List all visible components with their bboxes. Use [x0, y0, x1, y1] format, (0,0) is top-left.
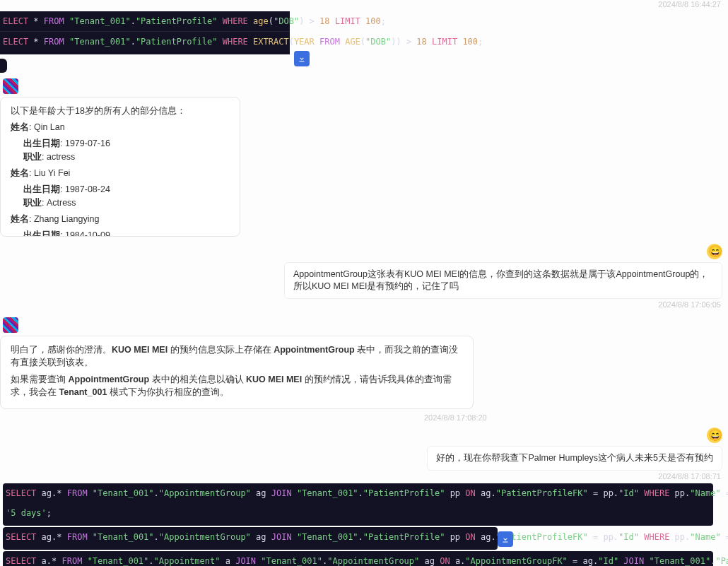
bot-message: 以下是年龄大于18岁的所有人的部分信息： 姓名: Qin Lan出生日期: 19… [0, 97, 240, 237]
sql-code-block: SELECT a.* FROM "Tenant_001"."Appointmen… [3, 551, 713, 566]
timestamp: 2024/8/8 16:44:27 [0, 0, 728, 11]
bot-message: 明白了，感谢你的澄清。KUO MEI MEI 的预约信息实际上存储在 Appoi… [0, 336, 474, 409]
user-avatar-icon [707, 428, 722, 443]
user-avatar-icon [707, 244, 722, 259]
user-message: AppointmentGroup这张表有KUO MEI MEI的信息，你查到的这… [284, 262, 722, 299]
sql-code-block: SELECT ag.* FROM "Tenant_001"."Appointme… [3, 527, 498, 550]
timestamp: 2024/8/8 17:06:05 [0, 300, 728, 312]
code-line: SELECT ag.* FROM "Tenant_001"."Appointme… [3, 483, 713, 503]
rounded-cap [0, 59, 7, 73]
download-button[interactable] [294, 51, 310, 66]
intro-text: 以下是年龄大于18岁的所有人的部分信息： [11, 105, 230, 117]
code-line: SELECT ag.* FROM "Tenant_001"."Appointme… [3, 527, 498, 547]
download-button[interactable] [498, 531, 513, 547]
bot-avatar-icon [3, 317, 18, 333]
text-line: 明白了，感谢你的澄清。KUO MEI MEI 的预约信息实际上存储在 Appoi… [11, 343, 463, 369]
code-line: ELECT * FROM "Tenant_001"."PatientProfil… [0, 11, 290, 32]
code-line: '5 days'; [3, 503, 713, 523]
bot-avatar-icon [3, 78, 18, 94]
user-message: 好的，现在你帮我查下Palmer Humpleys这个病人未来5天是否有预约 [427, 446, 722, 471]
sql-code-block: ELECT * FROM "Tenant_001"."PatientProfil… [0, 11, 290, 54]
people-list: 姓名: Qin Lan出生日期: 1979-07-16职业: actress姓名… [11, 122, 230, 237]
code-line: SELECT a.* FROM "Tenant_001"."Appointmen… [3, 551, 713, 566]
code-line: ELECT * FROM "Tenant_001"."PatientProfil… [0, 32, 290, 52]
sql-code-block: SELECT ag.* FROM "Tenant_001"."Appointme… [3, 483, 713, 526]
timestamp: 2024/8/8 17:08:20 [0, 413, 728, 425]
timestamp: 2024/8/8 17:08:71 [0, 472, 728, 483]
text-line: 如果需要查询 AppointmentGroup 表中的相关信息以确认 KUO M… [11, 373, 463, 399]
